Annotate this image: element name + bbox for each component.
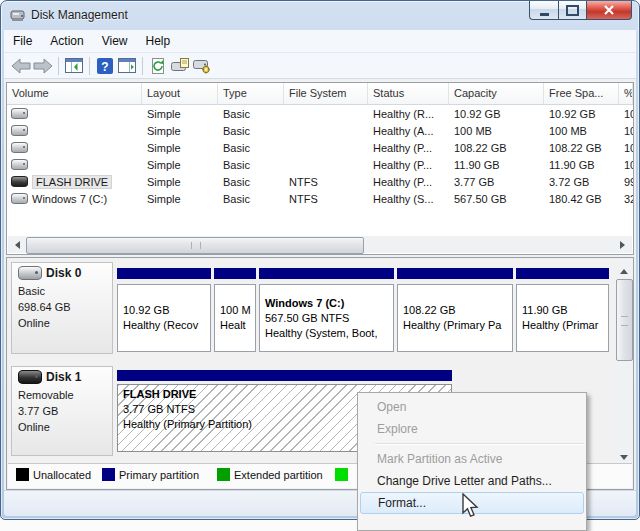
show-action-pane-icon[interactable] — [116, 55, 138, 77]
disk-status: Online — [18, 315, 106, 331]
toolbar-separator — [142, 57, 143, 75]
disk1-header[interactable]: Disk 1 Removable 3.77 GB Online — [11, 366, 113, 456]
partition-color-strip — [214, 268, 256, 279]
refresh-icon[interactable] — [147, 55, 169, 77]
menu-item-change-drive-letter[interactable]: Change Drive Letter and Paths... — [360, 470, 584, 492]
legend-free-space — [335, 468, 352, 481]
app-icon — [10, 9, 26, 22]
partition-color-strip — [117, 370, 452, 381]
menu-item-explore[interactable]: Explore — [360, 418, 584, 440]
close-button[interactable] — [587, 1, 632, 20]
partition-data2[interactable]: 11.90 GBHealthy (Primar — [516, 268, 609, 354]
menu-view[interactable]: View — [93, 31, 137, 51]
back-icon[interactable] — [10, 55, 32, 77]
svg-text:?: ? — [101, 59, 108, 73]
volume-row[interactable]: Simple Basic Healthy (P... 108.22 GB 108… — [7, 139, 633, 156]
close-icon — [604, 5, 614, 15]
vertical-scrollbar[interactable] — [615, 259, 632, 465]
drive-icon — [11, 125, 28, 136]
disk-size: 698.64 GB — [18, 299, 106, 315]
scroll-left-icon[interactable] — [8, 236, 25, 253]
toolbar-separator — [89, 57, 90, 75]
volume-row-windows-c[interactable]: Windows 7 (C:) Simple Basic NTFS Healthy… — [7, 190, 633, 207]
disk-icon — [18, 266, 42, 280]
toolbar-separator — [58, 57, 59, 75]
disk0-row: Disk 0 Basic 698.64 GB Online 10.92 GBHe… — [11, 262, 611, 356]
titlebar[interactable]: Disk Management — [1, 1, 639, 29]
menu-separator — [375, 443, 584, 445]
partition-recovery[interactable]: 10.92 GBHealthy (Recov — [117, 268, 211, 354]
drive-icon — [11, 193, 28, 204]
column-header-percent-free[interactable]: % F — [619, 83, 633, 104]
legend-swatch — [217, 468, 230, 481]
menu-item-open[interactable]: Open — [360, 396, 584, 418]
menu-help[interactable]: Help — [137, 31, 180, 51]
legend-swatch — [335, 468, 348, 481]
drive-icon — [11, 142, 28, 153]
window-controls — [529, 1, 632, 20]
maximize-button[interactable] — [558, 1, 587, 20]
volume-row[interactable]: Simple Basic Healthy (A... 100 MB 100 MB… — [7, 122, 633, 139]
show-console-tree-icon[interactable] — [63, 55, 85, 77]
horizontal-scrollbar[interactable] — [8, 236, 632, 253]
drive-icon — [11, 159, 28, 170]
disk-size: 3.77 GB — [18, 403, 106, 419]
legend-extended-partition: Extended partition — [217, 468, 323, 481]
column-header-free-space[interactable]: Free Spa... — [544, 83, 619, 104]
volume-row-flash-drive[interactable]: FLASH DRIVE Simple Basic NTFS Healthy (P… — [7, 173, 633, 190]
menu-file[interactable]: File — [4, 31, 41, 51]
column-header-capacity[interactable]: Capacity — [449, 83, 544, 104]
partition-color-strip — [516, 268, 609, 279]
partition-windows-c[interactable]: Windows 7 (C:)567.50 GB NTFSHealthy (Sys… — [259, 268, 394, 354]
forward-icon[interactable] — [32, 55, 54, 77]
vertical-scroll-thumb[interactable] — [616, 279, 633, 361]
disk-status: Online — [18, 419, 106, 435]
partition-color-strip — [259, 268, 394, 279]
legend-swatch — [16, 468, 29, 481]
scroll-up-icon[interactable] — [615, 259, 632, 276]
partition-data1[interactable]: 108.22 GBHealthy (Primary Pa — [397, 268, 513, 354]
window-title: Disk Management — [31, 8, 128, 22]
legend-unallocated: Unallocated — [16, 468, 91, 481]
drive-icon — [11, 176, 28, 187]
volume-row[interactable]: Simple Basic Healthy (P... 11.90 GB 11.9… — [7, 156, 633, 173]
rescan-disks-icon[interactable] — [169, 55, 191, 77]
disk-icon — [18, 370, 42, 384]
disk-type: Removable — [18, 387, 106, 403]
column-header-type[interactable]: Type — [218, 83, 284, 104]
column-header-volume[interactable]: Volume — [7, 83, 142, 104]
volume-list-pane: Volume Layout Type File System Status Ca… — [6, 82, 634, 255]
screen: Disk Management File Action View Help — [0, 0, 640, 531]
column-header-layout[interactable]: Layout — [142, 83, 218, 104]
help-icon[interactable]: ? — [94, 55, 116, 77]
menu-item-mark-partition-active[interactable]: Mark Partition as Active — [360, 448, 584, 470]
column-header-status[interactable]: Status — [368, 83, 449, 104]
disk-type: Basic — [18, 283, 106, 299]
mouse-cursor — [461, 493, 483, 521]
menu-action[interactable]: Action — [41, 31, 92, 51]
menu-bar: File Action View Help — [4, 30, 636, 53]
scroll-right-icon[interactable] — [615, 236, 632, 253]
maximize-icon — [566, 5, 579, 16]
minimize-icon — [540, 13, 549, 16]
legend-primary-partition: Primary partition — [102, 468, 199, 481]
minimize-button[interactable] — [529, 1, 558, 20]
partition-color-strip — [117, 268, 211, 279]
horizontal-scroll-thumb[interactable] — [26, 237, 364, 254]
disk-settings-icon[interactable] — [191, 55, 213, 77]
partition-color-strip — [397, 268, 513, 279]
partition-system-reserved[interactable]: 100 MHealt — [214, 268, 256, 354]
volume-list-header: Volume Layout Type File System Status Ca… — [7, 83, 633, 105]
toolbar: ? — [4, 53, 636, 79]
volume-row[interactable]: Simple Basic Healthy (R... 10.92 GB 10.9… — [7, 105, 633, 122]
column-header-file-system[interactable]: File System — [284, 83, 368, 104]
disk0-header[interactable]: Disk 0 Basic 698.64 GB Online — [11, 262, 113, 354]
drive-icon — [11, 108, 28, 119]
legend-swatch — [102, 468, 115, 481]
